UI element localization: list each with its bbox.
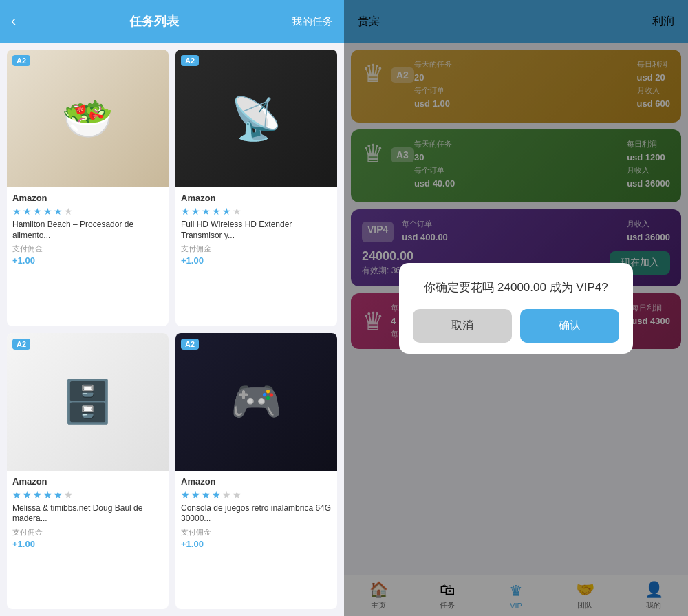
product-name: Melissa & timibbs.net Doug Baúl de mader… xyxy=(12,503,163,524)
product-source: Amazon xyxy=(12,476,163,487)
product-badge: A2 xyxy=(181,339,199,350)
modal-buttons: 取消 确认 xyxy=(413,309,619,343)
left-header: ‹ 任务列表 我的任务 xyxy=(0,0,344,43)
modal-title: 你确定要花吗 24000.00 成为 VIP4? xyxy=(413,279,619,295)
product-info: Amazon ★ ★ ★ ★ ★ ★ Melissa & timibbs.net… xyxy=(7,471,169,555)
modal-overlay: 你确定要花吗 24000.00 成为 VIP4? 取消 确认 xyxy=(344,0,688,616)
product-name: Full HD Wireless HD Extender Transmisor … xyxy=(181,220,332,241)
product-stars: ★ ★ ★ ★ ★ ★ xyxy=(12,489,163,500)
left-panel: ‹ 任务列表 我的任务 A2 Amazon ★ ★ ★ ★ ★ ★ Hamilt… xyxy=(0,0,344,616)
product-badge: A2 xyxy=(181,55,199,66)
product-source: Amazon xyxy=(12,193,163,203)
product-image: A2 xyxy=(7,50,169,187)
product-badge: A2 xyxy=(12,339,30,350)
products-grid: A2 Amazon ★ ★ ★ ★ ★ ★ Hamilton Beach – P… xyxy=(0,43,344,616)
product-card[interactable]: A2 Amazon ★ ★ ★ ★ ★ ★ Full HD Wireless H… xyxy=(175,50,337,326)
commission-label: 支付佣金 xyxy=(181,244,332,254)
product-source: Amazon xyxy=(181,193,332,203)
product-image: A2 xyxy=(175,50,337,187)
product-stars: ★ ★ ★ ★ ★ ★ xyxy=(12,206,163,217)
product-image: A2 xyxy=(7,333,169,471)
commission-label: 支付佣金 xyxy=(12,244,163,254)
commission-value: +1.00 xyxy=(181,255,332,266)
product-image: A2 xyxy=(175,333,337,471)
confirm-button[interactable]: 确认 xyxy=(520,309,619,343)
product-info: Amazon ★ ★ ★ ★ ★ ★ Hamilton Beach – Proc… xyxy=(7,187,169,271)
product-name: Consola de juegos retro inalámbrica 64G … xyxy=(181,503,332,524)
commission-value: +1.00 xyxy=(181,539,332,549)
my-tasks-link[interactable]: 我的任务 xyxy=(292,15,333,28)
cancel-button[interactable]: 取消 xyxy=(413,309,512,343)
confirm-modal: 你确定要花吗 24000.00 成为 VIP4? 取消 确认 xyxy=(399,263,633,354)
commission-label: 支付佣金 xyxy=(12,527,163,538)
product-stars: ★ ★ ★ ★ ★ ★ xyxy=(181,206,332,217)
product-card[interactable]: A2 Amazon ★ ★ ★ ★ ★ ★ Consola de juegos … xyxy=(175,333,337,610)
product-name: Hamilton Beach – Procesador de alimento.… xyxy=(12,220,163,241)
product-stars: ★ ★ ★ ★ ★ ★ xyxy=(181,489,332,500)
back-button[interactable]: ‹ xyxy=(11,12,16,30)
commission-label: 支付佣金 xyxy=(181,527,332,538)
left-title: 任务列表 xyxy=(129,13,179,30)
product-source: Amazon xyxy=(181,476,332,487)
product-info: Amazon ★ ★ ★ ★ ★ ★ Full HD Wireless HD E… xyxy=(175,187,337,271)
product-card[interactable]: A2 Amazon ★ ★ ★ ★ ★ ★ Melissa & timibbs.… xyxy=(7,333,169,610)
product-badge: A2 xyxy=(12,55,30,66)
right-panel: 贵宾 利润 ♛ A2 每天的任务 20 每个订单 usd 1.00 xyxy=(344,0,688,616)
commission-value: +1.00 xyxy=(12,539,163,549)
commission-value: +1.00 xyxy=(12,255,163,266)
product-card[interactable]: A2 Amazon ★ ★ ★ ★ ★ ★ Hamilton Beach – P… xyxy=(7,50,169,326)
product-info: Amazon ★ ★ ★ ★ ★ ★ Consola de juegos ret… xyxy=(175,471,337,555)
